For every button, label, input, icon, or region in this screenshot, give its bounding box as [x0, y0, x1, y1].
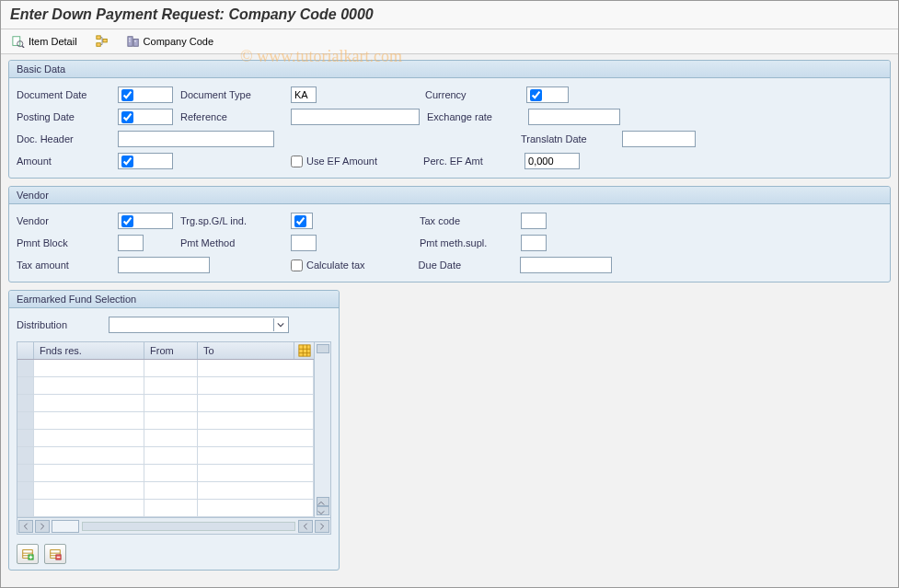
reference-label: Reference [180, 111, 291, 122]
toolbar: Item Detail Company Code [1, 29, 898, 54]
scroll-down-arrow-icon [317, 506, 329, 515]
detail-icon [12, 35, 25, 48]
doc-header-label: Doc. Header [17, 133, 118, 144]
delete-row-icon [49, 548, 62, 560]
tax-amount-field[interactable] [118, 257, 210, 273]
amount-field[interactable] [118, 153, 173, 169]
translatn-date-field[interactable] [622, 131, 696, 147]
scroll-up-arrow-icon [317, 497, 329, 506]
chevron-down-icon [273, 318, 286, 331]
posting-date-field[interactable] [118, 109, 173, 125]
perc-ef-label: Perc. EF Amt [423, 156, 524, 167]
earmarked-fund-group: Earmarked Fund Selection Distribution Fn… [8, 290, 340, 571]
vendor-field[interactable] [118, 213, 173, 229]
distribution-dropdown[interactable] [109, 317, 289, 333]
use-ef-amount-checkbox[interactable]: Use EF Amount [291, 156, 377, 167]
table-row[interactable] [17, 377, 314, 395]
calculate-tax-checkbox[interactable]: Calculate tax [291, 259, 365, 271]
currency-field[interactable] [526, 86, 569, 103]
svg-line-2 [22, 46, 24, 48]
add-row-button[interactable] [17, 544, 39, 564]
posting-date-label: Posting Date [17, 111, 118, 122]
calculate-tax-label: Calculate tax [306, 259, 365, 271]
svg-rect-9 [129, 40, 130, 41]
table-settings-icon [298, 344, 311, 357]
table-row[interactable] [17, 360, 314, 377]
pmt-method-label: Pmt Method [180, 237, 291, 248]
pmt-meth-supl-label: Pmt meth.supl. [420, 237, 521, 248]
item-detail-label: Item Detail [29, 36, 77, 47]
company-code-button[interactable]: Company Code [123, 33, 217, 50]
tree-button[interactable] [92, 33, 112, 50]
perc-ef-field[interactable] [524, 153, 580, 169]
translatn-date-label: Translatn Date [521, 133, 622, 144]
pmnt-block-label: Pmnt Block [17, 237, 118, 248]
table-row[interactable] [17, 412, 314, 430]
svg-rect-8 [129, 39, 130, 40]
svg-rect-4 [102, 39, 106, 42]
hscroll-thumb[interactable] [52, 520, 79, 533]
tax-code-label: Tax code [420, 215, 521, 226]
document-date-field[interactable] [118, 86, 173, 103]
grid-selector-header[interactable] [17, 342, 34, 359]
basic-data-group: Basic Data Document Date Document Type C… [8, 60, 891, 179]
pmt-method-field[interactable] [291, 235, 317, 251]
scroll-left-icon [18, 520, 33, 533]
currency-label: Currency [425, 89, 526, 100]
grid-vscroll[interactable] [314, 342, 330, 517]
svg-rect-7 [133, 39, 138, 46]
table-row[interactable] [17, 430, 314, 447]
document-type-field[interactable] [291, 86, 317, 103]
svg-rect-3 [96, 36, 99, 40]
document-type-label: Document Type [180, 89, 291, 100]
exchange-rate-field[interactable] [528, 109, 620, 125]
trg-spgl-label: Trg.sp.G/L ind. [180, 215, 291, 226]
page-title: Enter Down Payment Request: Company Code… [1, 1, 898, 29]
svg-rect-10 [134, 40, 135, 41]
earmarked-fund-title: Earmarked Fund Selection [9, 291, 339, 308]
item-detail-button[interactable]: Item Detail [8, 33, 81, 50]
tax-amount-label: Tax amount [17, 259, 118, 271]
table-row[interactable] [17, 500, 314, 517]
svg-rect-11 [298, 345, 309, 356]
col-from[interactable]: From [144, 342, 198, 359]
due-date-label: Due Date [419, 259, 520, 271]
col-fnds-res[interactable]: Fnds res. [34, 342, 144, 359]
vendor-title: Vendor [9, 187, 890, 204]
table-row[interactable] [17, 465, 314, 482]
trg-spgl-field[interactable] [291, 213, 313, 229]
due-date-field[interactable] [520, 257, 612, 273]
scroll-up-icon [317, 344, 329, 353]
pmt-meth-supl-field[interactable] [521, 235, 547, 251]
table-row[interactable] [17, 447, 314, 465]
vendor-label: Vendor [17, 215, 118, 226]
add-row-icon [21, 548, 34, 560]
vendor-group: Vendor Vendor Trg.sp.G/L ind. Tax code P… [8, 186, 891, 282]
grid-config-button[interactable] [294, 342, 314, 359]
tax-code-field[interactable] [521, 213, 547, 229]
amount-label: Amount [17, 156, 118, 167]
distribution-label: Distribution [17, 319, 109, 330]
delete-row-button[interactable] [44, 544, 66, 564]
grid-hscroll[interactable] [17, 518, 331, 535]
scroll-right2-icon [315, 520, 329, 533]
document-date-label: Document Date [17, 89, 118, 100]
table-row[interactable] [17, 395, 314, 412]
company-code-label: Company Code [144, 36, 213, 47]
basic-data-title: Basic Data [9, 61, 890, 78]
col-to[interactable]: To [198, 342, 294, 359]
pmnt-block-field[interactable] [118, 235, 144, 251]
use-ef-amount-label: Use EF Amount [306, 156, 377, 167]
fund-grid: Fnds res. From To [17, 341, 331, 518]
company-code-icon [127, 35, 140, 48]
grid-body [17, 360, 314, 517]
scroll-left2-icon [298, 520, 313, 533]
table-row[interactable] [17, 482, 314, 500]
exchange-rate-label: Exchange rate [427, 111, 528, 122]
doc-header-field[interactable] [118, 131, 274, 147]
svg-rect-5 [96, 43, 99, 47]
tree-icon [96, 35, 109, 48]
scroll-right-icon [35, 520, 50, 533]
reference-field[interactable] [291, 109, 420, 125]
